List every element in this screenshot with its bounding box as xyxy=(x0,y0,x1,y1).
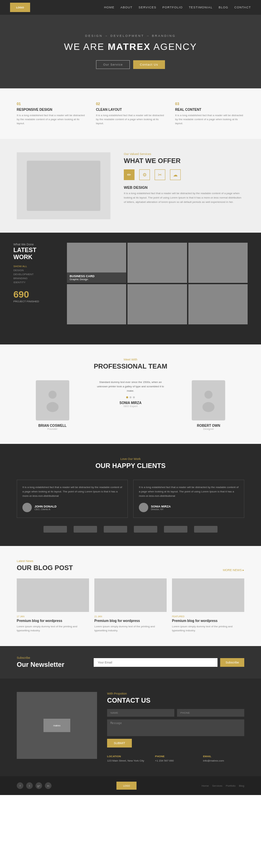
offer-mockup xyxy=(17,152,110,219)
offer-service-title: WEB DESIGN xyxy=(124,185,244,189)
portfolio-filter-development[interactable]: DEVELOPMENT xyxy=(13,273,57,276)
feature-item: 01 RESPONSIVE DESIGN It is a long establ… xyxy=(17,102,86,126)
client-logo-6 xyxy=(194,526,218,533)
author-role-0: CEO, Cliento A xyxy=(34,508,57,510)
author-avatar-0 xyxy=(23,503,32,512)
hero-headline-normal: WE ARE xyxy=(64,41,108,52)
blog-eyebrow: Latest News xyxy=(17,559,73,563)
feature-num: 03 xyxy=(175,102,244,106)
nav-logo[interactable]: LOGO xyxy=(10,3,30,12)
feature-item: 02 CLEAN LAYOUT It is a long established… xyxy=(96,102,165,126)
offer-service-text: It is a long established fact that a rea… xyxy=(124,191,244,204)
feature-title: CLEAN LAYOUT xyxy=(96,108,165,112)
team-member-0: BRIAN COSWELL Founder xyxy=(17,380,88,431)
team-eyebrow: Meet With xyxy=(17,358,244,361)
info-text-1: +1 234 567 890 xyxy=(155,759,196,763)
portfolio-thumb-3[interactable] xyxy=(67,284,126,324)
nav-link-portfolio[interactable]: PORTFOLIO xyxy=(162,6,183,9)
contact-section: matrex With Propotion CONTACT US SUBMIT … xyxy=(0,679,261,776)
contact-name-input[interactable] xyxy=(107,709,174,717)
offer-icon-0[interactable]: ✏ xyxy=(124,169,134,180)
social-icon-1[interactable]: t xyxy=(26,782,33,789)
features-section: 01 RESPONSIVE DESIGN It is a long establ… xyxy=(0,88,261,139)
client-logo-5 xyxy=(164,526,187,533)
testimonial-card-0: It is a long established fact that a rea… xyxy=(17,480,128,518)
nav-link-home[interactable]: HOME xyxy=(104,6,115,9)
portfolio-section: What We Done LATEST WORK SHOW ALLDESIGND… xyxy=(0,232,261,344)
social-icon-2[interactable]: g+ xyxy=(35,782,42,789)
svg-point-1 xyxy=(46,402,59,412)
newsletter-subscribe-button[interactable]: Subscribe xyxy=(220,658,244,667)
blog-titles: Latest News OUR BLOG POST xyxy=(17,559,73,572)
social-icon-3[interactable]: in xyxy=(45,782,52,789)
social-icon-0[interactable]: f xyxy=(17,782,24,789)
nav-link-testimonial[interactable]: TESTIMONIAL xyxy=(189,6,213,9)
info-text-0: 123 Main Street, New York City xyxy=(107,759,148,763)
info-label-0: LOCATION xyxy=(107,755,148,758)
portfolio-filter-show-all[interactable]: SHOW ALL xyxy=(13,265,57,268)
nav-link-blog[interactable]: BLOG xyxy=(219,6,228,9)
blog-title-2[interactable]: Premium blog for wordpress xyxy=(172,619,244,623)
blog-header: Latest News OUR BLOG POST MORE NEWS ▸ xyxy=(17,559,244,572)
blog-section: Latest News OUR BLOG POST MORE NEWS ▸ 17… xyxy=(0,546,261,646)
our-service-button[interactable]: Our Service xyxy=(96,60,130,69)
portfolio-filter-design[interactable]: DESIGN xyxy=(13,269,57,272)
project-label: PROJECT FINISHED xyxy=(13,300,57,303)
blog-text-2: Lorem ipsum simply dummy text of the pri… xyxy=(172,625,244,633)
footer-link-services[interactable]: Services xyxy=(212,784,223,787)
contact-name-phone-row xyxy=(107,709,244,717)
portfolio-thumb-2[interactable] xyxy=(188,243,248,283)
contact-info-phone: PHONE +1 234 567 890 xyxy=(155,755,196,763)
footer-logo: LOGO xyxy=(117,782,136,790)
dot-2[interactable] xyxy=(130,396,131,398)
blog-thumb-1 xyxy=(94,579,167,612)
blog-text-1: Lorem ipsum simply dummy text of the pri… xyxy=(94,625,167,633)
portfolio-filter-identity[interactable]: IDENTITY xyxy=(13,281,57,284)
portfolio-thumb-1[interactable] xyxy=(128,243,187,283)
contact-us-button[interactable]: Contact Us xyxy=(133,60,165,69)
offer-icon-1[interactable]: ⚙ xyxy=(139,169,150,180)
offer-icon-3[interactable]: ☁ xyxy=(170,169,181,180)
hero-buttons: Our Service Contact Us xyxy=(96,60,165,69)
dot-1[interactable] xyxy=(126,396,128,398)
hero-section: DESIGN → DEVELOPMENT → BRANDING WE ARE M… xyxy=(0,15,261,88)
client-logo-3 xyxy=(104,526,127,533)
contact-phone-input[interactable] xyxy=(177,709,244,717)
contact-submit-button[interactable]: SUBMIT xyxy=(107,739,132,747)
client-logo-1 xyxy=(43,526,67,533)
blog-title-1[interactable]: Premium blog for wordpress xyxy=(94,619,167,623)
newsletter-email-input[interactable] xyxy=(94,658,218,667)
contact-info-email: EMAIL info@matrex.com xyxy=(203,755,244,763)
portfolio-thumb-5[interactable] xyxy=(188,284,248,324)
blog-title-0[interactable]: Premium blog for wordpress xyxy=(17,619,89,623)
team-name-2: ROBERT OWN xyxy=(173,424,244,428)
blog-more-link[interactable]: MORE NEWS ▸ xyxy=(223,568,244,572)
dot-3[interactable] xyxy=(133,396,135,398)
hero-headline-rest: AGENCY xyxy=(151,41,197,52)
clients-eyebrow: Love Our Work xyxy=(17,457,244,461)
portfolio-thumb-4[interactable] xyxy=(128,284,187,324)
footer: ftg+in LOGO HomeServicesPortfolioBlog xyxy=(0,776,261,795)
footer-link-blog[interactable]: Blog xyxy=(239,784,244,787)
contact-message-textarea[interactable] xyxy=(107,719,244,736)
hero-headline-bold: MATREX xyxy=(108,41,151,52)
offer-icon-2[interactable]: ✂ xyxy=(155,169,165,180)
blog-title: OUR BLOG POST xyxy=(17,564,73,572)
portfolio-stats: 690 PROJECT FINISHED xyxy=(13,289,57,303)
nav-link-about[interactable]: ABOUT xyxy=(121,6,132,9)
nav-link-services[interactable]: SERVICES xyxy=(138,6,156,9)
client-logo-2 xyxy=(74,526,97,533)
map-logo: matrex xyxy=(43,719,70,732)
offer-eyebrow: Our Valued Services xyxy=(124,152,244,156)
testimonial-card-1: It is a long established fact that a rea… xyxy=(133,480,244,518)
portfolio-label: BUSINESS CARDGraphic Design xyxy=(67,273,126,283)
portfolio-header: What We Done LATEST WORK SHOW ALLDESIGND… xyxy=(13,243,248,324)
testimonial-text-0: It is a long established fact that a rea… xyxy=(23,485,122,498)
portfolio-filter-branding[interactable]: BRANDING xyxy=(13,277,57,280)
nav-link-contact[interactable]: CONTACT xyxy=(234,6,251,9)
footer-link-home[interactable]: Home xyxy=(202,784,209,787)
team-name-0: BRIAN COSWELL xyxy=(17,424,88,428)
footer-link-portfolio[interactable]: Portfolio xyxy=(226,784,235,787)
clients-title: OUR HAPPY CLIENTS xyxy=(17,462,244,470)
portfolio-thumb-0[interactable]: BUSINESS CARDGraphic Design xyxy=(67,243,126,283)
